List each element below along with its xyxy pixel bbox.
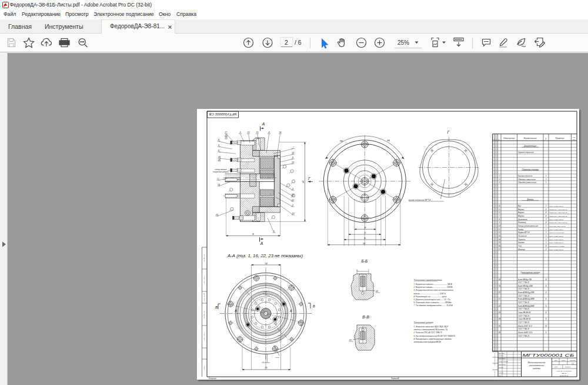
svg-text:к блоку питания: к блоку питания	[215, 168, 227, 171]
svg-text:6: 6	[499, 211, 500, 214]
svg-text:6. Плотность тока на мишени...: 6. Плотность тока на мишени............ …	[413, 301, 452, 304]
svg-text:1:1: 1:1	[572, 363, 574, 365]
svg-text:16: 16	[356, 270, 358, 271]
svg-text:Подп. и дата: Подп. и дата	[203, 332, 205, 341]
svg-text:23: 23	[497, 311, 500, 314]
svg-text:4: 4	[499, 205, 500, 207]
svg-text:16: 16	[498, 245, 500, 247]
svg-text:Фторопласт-4 ГОСТ 10007-80: Фторопласт-4 ГОСТ 10007-80	[549, 212, 567, 213]
svg-text:2: 2	[544, 248, 546, 251]
svg-text:10: 10	[498, 225, 500, 227]
svg-text:Шайба 6х65Г 02.9: Шайба 6х65Г 02.9	[518, 331, 533, 334]
svg-text:Изм. Лист: Изм. Лист	[499, 353, 505, 354]
svg-text:/ 6: / 6	[295, 39, 302, 46]
svg-text:R60: R60	[340, 140, 343, 142]
svg-text:1: 1	[545, 235, 546, 237]
svg-text:6: 6	[545, 208, 546, 211]
svg-text:Лит.: Лит.	[554, 360, 558, 361]
svg-text:17: 17	[217, 178, 219, 180]
svg-text:В-В: В-В	[362, 315, 369, 319]
svg-text:96: 96	[252, 233, 254, 235]
svg-text:зона: зона	[572, 139, 576, 140]
svg-text:Обмотка намагничив.: Обмотка намагничив.	[518, 178, 536, 181]
svg-text:Н.контр.: Н.контр.	[499, 372, 504, 373]
svg-text:7. Ток обмоток электромагнитов: 7. Ток обмоток электромагнитов..........…	[413, 304, 452, 307]
svg-text:6: 6	[545, 318, 546, 320]
svg-text:МГТУ000001 СБ: МГТУ000001 СБ	[522, 353, 574, 358]
svg-text:ГОСТ 7798-70: ГОСТ 7798-70	[518, 301, 529, 304]
svg-text:25%: 25%	[397, 39, 409, 46]
svg-text:Чертеж сборочный: Чертеж сборочный	[518, 151, 534, 154]
svg-text:27: 27	[224, 131, 227, 134]
svg-text:25: 25	[224, 134, 227, 137]
svg-text:Копировал: Копировал	[209, 377, 216, 380]
svg-text:А: А	[259, 241, 263, 245]
svg-text:Корпус: Корпус	[518, 228, 524, 231]
svg-text:15: 15	[498, 241, 500, 244]
svg-text:Г: Г	[447, 130, 450, 134]
svg-text:Фторопласт-4 ГОСТ 10007-80: Фторопласт-4 ГОСТ 10007-80	[549, 215, 567, 217]
svg-text:20: 20	[215, 214, 218, 216]
svg-text:Стандартные изделия: Стандартные изделия	[520, 271, 540, 274]
svg-text:Втулка: Втулка	[518, 208, 524, 211]
svg-text:ГОСТ 7798-70: ГОСТ 7798-70	[518, 328, 529, 330]
svg-text:катода........................: катода..................................…	[413, 293, 446, 295]
svg-text:Кабель РК 0,5-95-0,25-22А: Кабель РК 0,5-95-0,25-22А	[549, 232, 564, 234]
svg-text:В: В	[235, 309, 237, 313]
svg-text:13: 13	[292, 161, 294, 164]
svg-text:Фторопласт-4 ГОСТ 10007-80: Фторопласт-4 ГОСТ 10007-80	[549, 209, 567, 210]
svg-text:Листов 1: Листов 1	[564, 366, 572, 367]
svg-text:9: 9	[218, 144, 219, 147]
svg-text:Масштаб: Масштаб	[570, 360, 576, 361]
svg-text:10: 10	[247, 131, 249, 134]
svg-text:26: 26	[497, 331, 500, 334]
svg-text:5. Давление распыляющего газа.: 5. Давление распыляющего газа........ 10…	[413, 298, 450, 301]
svg-text:12: 12	[498, 231, 500, 234]
svg-text:1: 1	[545, 205, 546, 207]
svg-text:1: 1	[545, 238, 546, 241]
svg-text:Крышка: Крышка	[518, 241, 524, 244]
svg-text:М6-6Н: М6-6Н	[278, 335, 282, 337]
svg-text:5: 5	[239, 131, 240, 134]
svg-text:2. Паяльный ПОС-40 ГОСТ 7896-7: 2. Паяльный ПОС-40 ГОСТ 7896-70	[413, 331, 442, 334]
svg-text:Формат А1: Формат А1	[391, 377, 400, 380]
svg-text:2: 2	[285, 39, 288, 46]
svg-text:8: 8	[499, 218, 500, 221]
svg-text:132: 132	[362, 243, 365, 245]
svg-text:Втулка: Втулка	[518, 211, 524, 214]
svg-text:Шпилька: Шпилька	[518, 248, 525, 251]
svg-text:1: 1	[545, 241, 546, 244]
svg-text:4: 4	[545, 221, 546, 224]
svg-text:В: В	[215, 305, 217, 309]
svg-text:3. Индукция магнитного поля на: 3. Индукция магнитного поля над поверхно…	[413, 289, 453, 291]
svg-text:24: 24	[218, 156, 220, 158]
svg-text:Обмотка размагничив.: Обмотка размагничив.	[518, 181, 537, 184]
svg-text:6: 6	[545, 305, 546, 307]
svg-text:Сталь 45 ГОСТ 1050-88: Сталь 45 ГОСТ 1050-88	[549, 239, 563, 240]
svg-text:Сталь 45 ГОСТ 1050-88: Сталь 45 ГОСТ 1050-88	[549, 249, 563, 250]
svg-text:Г: Г	[308, 177, 311, 181]
svg-text:4: 4	[545, 211, 546, 214]
svg-text:Болт А2М6-6g-2288: Болт А2М6-6g-2288	[518, 291, 534, 294]
svg-text:МГТУ им. Н.Э.Баумана: МГТУ им. Н.Э.Баумана	[556, 370, 572, 372]
svg-text:Гайка М6-6Н.58: Гайка М6-6Н.58	[518, 318, 531, 320]
svg-text:Сталь 45 ГОСТ 1050-88: Сталь 45 ГОСТ 1050-88	[549, 235, 563, 237]
svg-text:1: 1	[545, 175, 546, 177]
svg-text:Справ. №: Справ. №	[494, 353, 495, 359]
svg-text:18: 18	[218, 184, 220, 186]
svg-text:Технические условия: Технические условия	[413, 321, 433, 324]
svg-text:степень с отвердителем ГА (юно: степень с отвердителем ГА (юность, %)	[413, 328, 447, 331]
svg-text:МГТУ000001 СБ: МГТУ000001 СБ	[208, 112, 236, 116]
svg-text:8: 8	[292, 157, 293, 159]
svg-text:Примечан.: Примечан.	[555, 137, 564, 140]
svg-text:23: 23	[224, 137, 227, 139]
svg-text:140: 140	[302, 180, 305, 183]
svg-text:19: 19	[498, 285, 500, 287]
svg-text:6: 6	[545, 298, 546, 300]
svg-text:Сталь 45 ГОСТ 1050-88: Сталь 45 ГОСТ 1050-88	[549, 229, 563, 230]
svg-text:Муфта МГТ-8: Муфта МГТ-8	[518, 231, 530, 234]
svg-text:Крышка передняя: Крышка передняя	[518, 175, 533, 177]
svg-text:14: 14	[279, 131, 281, 134]
svg-text:6: 6	[545, 278, 546, 281]
svg-text:8: 8	[263, 361, 264, 363]
